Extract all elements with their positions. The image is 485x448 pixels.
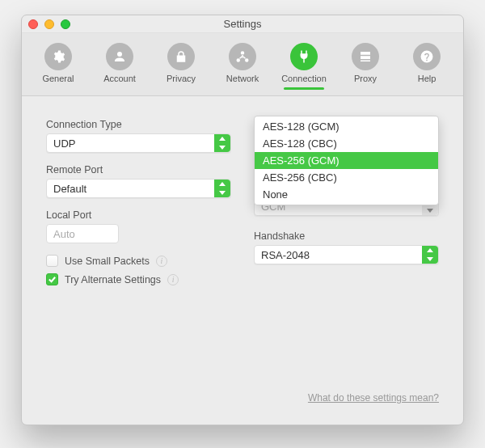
info-icon[interactable]: i bbox=[156, 256, 167, 267]
settings-window: Settings General Account Privacy Network bbox=[21, 15, 464, 425]
tab-help[interactable]: Help bbox=[402, 40, 452, 88]
right-column: AES-128 (GCM) AES-128 (CBC) AES-256 (GCM… bbox=[254, 119, 439, 285]
tab-account[interactable]: Account bbox=[95, 40, 145, 88]
left-column: Connection Type UDP Remote Port Default bbox=[46, 119, 231, 285]
tab-label: Help bbox=[418, 74, 436, 83]
connection-type-value: UDP bbox=[53, 137, 75, 150]
tab-label: Proxy bbox=[354, 74, 377, 83]
plug-icon bbox=[290, 43, 318, 70]
question-icon bbox=[413, 43, 441, 70]
encryption-option[interactable]: AES-128 (CBC) bbox=[255, 135, 438, 152]
encryption-option[interactable]: None bbox=[255, 186, 438, 203]
small-packets-row[interactable]: Use Small Packets i bbox=[46, 255, 231, 267]
remote-port-select[interactable]: Default bbox=[46, 179, 231, 198]
handshake-value: RSA-2048 bbox=[261, 249, 310, 261]
checkbox-checked-icon[interactable] bbox=[46, 273, 58, 285]
network-icon bbox=[229, 43, 256, 70]
local-port-input[interactable]: Auto bbox=[46, 224, 119, 243]
checkbox-unchecked-icon[interactable] bbox=[46, 255, 58, 267]
small-packets-label: Use Small Packets bbox=[65, 256, 150, 267]
toolbar: General Account Privacy Network Connecti… bbox=[22, 33, 463, 96]
stepper-icon bbox=[214, 180, 230, 197]
tab-privacy[interactable]: Privacy bbox=[156, 40, 206, 88]
tab-label: Connection bbox=[281, 74, 327, 83]
tab-label: Privacy bbox=[167, 74, 196, 83]
tab-label: Account bbox=[103, 74, 136, 83]
user-icon bbox=[106, 43, 133, 70]
info-icon[interactable]: i bbox=[167, 274, 179, 285]
help-link[interactable]: What do these settings mean? bbox=[308, 392, 439, 404]
titlebar: Settings bbox=[22, 15, 463, 33]
encryption-dropdown[interactable]: AES-128 (GCM) AES-128 (CBC) AES-256 (GCM… bbox=[254, 116, 439, 205]
local-port-label: Local Port bbox=[46, 209, 231, 221]
tab-proxy[interactable]: Proxy bbox=[340, 40, 390, 88]
window-title: Settings bbox=[22, 18, 463, 30]
alternate-label: Try Alternate Settings bbox=[65, 274, 161, 285]
gear-icon bbox=[44, 43, 72, 70]
connection-type-label: Connection Type bbox=[46, 119, 231, 130]
handshake-select[interactable]: RSA-2048 bbox=[254, 245, 439, 264]
stepper-icon bbox=[422, 246, 438, 264]
remote-port-label: Remote Port bbox=[46, 164, 231, 175]
tab-connection[interactable]: Connection bbox=[279, 40, 329, 88]
tab-network[interactable]: Network bbox=[217, 40, 268, 88]
remote-port-value: Default bbox=[53, 183, 86, 195]
settings-body: Connection Type UDP Remote Port Default bbox=[22, 96, 463, 425]
tab-general[interactable]: General bbox=[33, 40, 83, 88]
encryption-option[interactable]: AES-128 (GCM) bbox=[255, 118, 438, 135]
connection-type-select[interactable]: UDP bbox=[46, 133, 231, 153]
tab-label: Network bbox=[226, 74, 259, 83]
handshake-label: Handshake bbox=[254, 230, 439, 242]
encryption-option-selected[interactable]: AES-256 (GCM) bbox=[255, 152, 438, 169]
stepper-icon bbox=[214, 134, 230, 152]
server-icon bbox=[352, 43, 379, 70]
encryption-option[interactable]: AES-256 (CBC) bbox=[255, 169, 438, 186]
local-port-placeholder: Auto bbox=[53, 228, 75, 240]
lock-icon bbox=[167, 43, 195, 70]
tab-label: General bbox=[42, 74, 74, 83]
alternate-row[interactable]: Try Alternate Settings i bbox=[46, 273, 231, 285]
